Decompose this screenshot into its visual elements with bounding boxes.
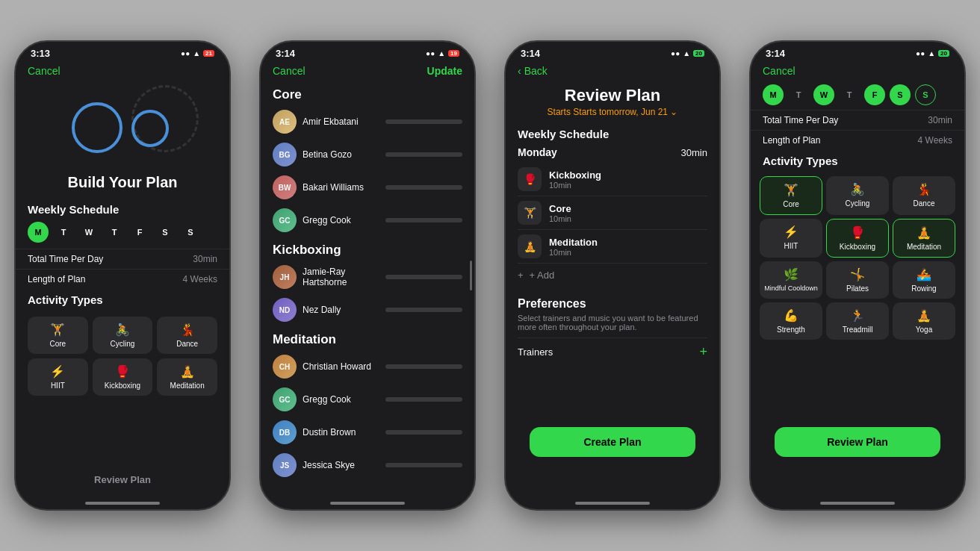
activity-hiit[interactable]: ⚡ HIIT bbox=[28, 358, 88, 396]
phone1-days-row: M T W T F S S bbox=[16, 219, 229, 249]
day-btn-S1[interactable]: S bbox=[155, 222, 176, 243]
day-btn-M[interactable]: M bbox=[28, 222, 49, 243]
trainer-bar-nez bbox=[385, 308, 462, 312]
phone2-trainer-jessica[interactable]: JS Jessica Skye bbox=[261, 449, 474, 482]
p4-activity-strength[interactable]: 💪 Strength bbox=[760, 302, 822, 340]
p4-activity-dance[interactable]: 💃 Dance bbox=[893, 176, 955, 215]
phone3-back-button[interactable]: ‹ Back bbox=[518, 65, 548, 77]
p4-activity-hiit[interactable]: ⚡ HIIT bbox=[760, 219, 822, 258]
phone2-update-button[interactable]: Update bbox=[427, 65, 462, 77]
phone2-trainer-christian[interactable]: CH Christian Howard bbox=[261, 350, 474, 383]
phone4-battery: 20 bbox=[938, 50, 949, 57]
p4-activity-yoga[interactable]: 🧘 Yoga bbox=[893, 302, 955, 340]
activity-meditation[interactable]: 🧘 Meditation bbox=[157, 358, 217, 396]
phone1-activity-types-label: Activity Types bbox=[16, 289, 229, 309]
phone2-trainer-gregg2[interactable]: GC Gregg Cook bbox=[261, 383, 474, 416]
p4-activity-pilates[interactable]: 🤸 Pilates bbox=[826, 261, 889, 299]
meditation-workout-icon: 🧘 bbox=[518, 234, 542, 258]
wifi-icon3: ▲ bbox=[683, 49, 690, 57]
p4-day-F[interactable]: F bbox=[864, 84, 885, 105]
phone2-core-label: Core bbox=[261, 81, 474, 105]
p4-time-value: 30min bbox=[928, 115, 952, 125]
phone3-weekly-section: Weekly Schedule Monday 30min 🥊 Kickboxin… bbox=[506, 125, 719, 290]
day-btn-W[interactable]: W bbox=[78, 222, 99, 243]
hiit-icon: ⚡ bbox=[50, 364, 65, 379]
phone1-top-nav: Cancel bbox=[16, 62, 229, 80]
phone3-time: 3:14 bbox=[521, 48, 540, 59]
add-workout-row[interactable]: + + Add bbox=[518, 264, 707, 287]
activity-kickboxing[interactable]: 🥊 Kickboxing bbox=[93, 358, 153, 396]
p4-activity-rowing[interactable]: 🚣 Rowing bbox=[893, 261, 955, 299]
day-btn-T1[interactable]: T bbox=[53, 222, 74, 243]
phone2-trainer-nez[interactable]: ND Nez Dally bbox=[261, 293, 474, 326]
meditation-icon: 🧘 bbox=[180, 364, 195, 379]
trainer-bar-betina bbox=[385, 152, 462, 157]
plus-icon: + bbox=[518, 270, 524, 281]
trainer-name-nez: Nez Dally bbox=[303, 305, 379, 315]
phone4-status-icons: ●● ▲ 20 bbox=[916, 49, 949, 57]
p4-day-S2[interactable]: S bbox=[915, 84, 936, 105]
phone2-status-icons: ●● ▲ 19 bbox=[426, 49, 459, 57]
p4-activity-meditation[interactable]: 🧘 Meditation bbox=[893, 219, 955, 258]
phone3-weekly-label: Weekly Schedule bbox=[518, 128, 707, 143]
chevron-down-icon[interactable]: ⌄ bbox=[670, 107, 677, 117]
day-btn-T2[interactable]: T bbox=[104, 222, 125, 243]
p4-day-S1[interactable]: S bbox=[890, 84, 911, 105]
trainer-bar-amir bbox=[385, 119, 462, 124]
phone1-status-icons: ●● ▲ 21 bbox=[181, 49, 214, 57]
wifi-icon: ▲ bbox=[193, 49, 200, 57]
phone2-trainer-bakari[interactable]: BW Bakari Williams bbox=[261, 171, 474, 204]
wifi-icon2: ▲ bbox=[438, 49, 445, 57]
phone2-trainer-betina[interactable]: BG Betina Gozo bbox=[261, 138, 474, 171]
p4-core-label: Core bbox=[783, 200, 799, 208]
trainer-avatar-jamie: JH bbox=[273, 265, 297, 289]
time-per-day-value: 30min bbox=[193, 254, 217, 264]
p4-length-value: 4 Weeks bbox=[918, 135, 952, 146]
phone1-wrapper: 3:13 ●● ▲ 21 Cancel Build Your bbox=[0, 0, 245, 551]
phone1-cancel-button[interactable]: Cancel bbox=[28, 65, 61, 77]
p4-day-M[interactable]: M bbox=[763, 84, 784, 105]
phone2-trainer-amir[interactable]: AE Amir Ekbatani bbox=[261, 105, 474, 138]
day-btn-S2[interactable]: S bbox=[180, 222, 201, 243]
p4-activity-cycling[interactable]: 🚴 Cycling bbox=[826, 176, 889, 215]
phone4-cancel-button[interactable]: Cancel bbox=[763, 65, 796, 77]
phone2-trainer-jamie[interactable]: JH Jamie-Ray Hartshorne bbox=[261, 261, 474, 293]
p4-activity-core[interactable]: 🏋️ Core bbox=[760, 176, 822, 215]
p4-rowing-label: Rowing bbox=[911, 284, 936, 293]
meditation-workout-info: Meditation 10min bbox=[549, 237, 707, 257]
activity-core[interactable]: 🏋️ Core bbox=[28, 317, 88, 354]
p4-activity-treadmill[interactable]: 🏃 Treadmill bbox=[826, 302, 889, 340]
screenshots-row: 3:13 ●● ▲ 21 Cancel Build Your bbox=[0, 0, 980, 551]
phone4-review-plan-button[interactable]: Review Plan bbox=[775, 427, 940, 457]
p4-activity-mindful[interactable]: 🌿 Mindful Cooldown bbox=[760, 261, 822, 299]
kickboxing-workout-info: Kickboxing 10min bbox=[549, 169, 707, 190]
p4-day-T1[interactable]: T bbox=[788, 84, 809, 105]
trainers-label: Trainers bbox=[518, 346, 553, 358]
p4-cycling-label: Cycling bbox=[846, 199, 870, 208]
phone1-battery: 21 bbox=[203, 50, 214, 57]
phone2-cancel-button[interactable]: Cancel bbox=[273, 65, 306, 77]
trainers-pref-row[interactable]: Trainers + bbox=[518, 337, 707, 366]
day-btn-F[interactable]: F bbox=[129, 222, 150, 243]
circle-mid bbox=[131, 110, 169, 147]
p4-activity-kickboxing[interactable]: 🥊 Kickboxing bbox=[826, 219, 889, 258]
activity-dance[interactable]: 💃 Dance bbox=[157, 317, 217, 354]
length-value: 4 Weeks bbox=[183, 274, 217, 284]
phone1-review-plan-button[interactable]: Review Plan bbox=[28, 465, 217, 494]
p4-day-W[interactable]: W bbox=[813, 84, 834, 105]
kickboxing-icon: 🥊 bbox=[115, 364, 130, 379]
phone2-trainer-gregg1[interactable]: GC Gregg Cook bbox=[261, 204, 474, 237]
trainer-avatar-betina: BG bbox=[273, 143, 297, 166]
p4-strength-label: Strength bbox=[777, 326, 805, 334]
activity-cycling[interactable]: 🚴 Cycling bbox=[93, 317, 153, 354]
trainer-bar-christian bbox=[385, 364, 462, 369]
phone2-trainer-dustin[interactable]: DB Dustin Brown bbox=[261, 416, 474, 449]
phone4-wrapper: 3:14 ●● ▲ 20 Cancel M T W T F S S bbox=[735, 0, 980, 551]
phone4-time: 3:14 bbox=[766, 48, 785, 59]
cycling-label: Cycling bbox=[111, 340, 135, 348]
preferences-title: Preferences bbox=[518, 297, 707, 311]
create-plan-button[interactable]: Create Plan bbox=[530, 427, 695, 457]
p4-cycling-icon: 🚴 bbox=[850, 182, 865, 196]
add-label: + Add bbox=[530, 270, 555, 281]
p4-day-T2[interactable]: T bbox=[839, 84, 860, 105]
